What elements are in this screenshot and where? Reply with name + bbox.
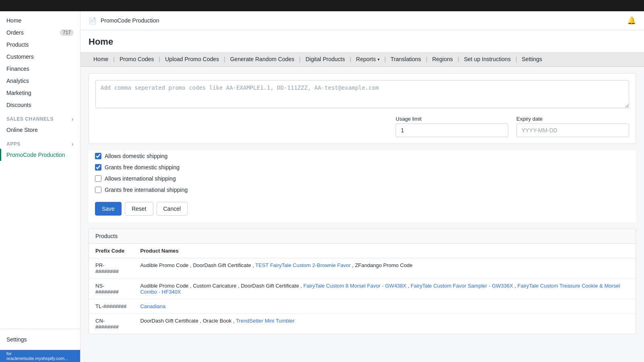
buttons-area: Save Reset Cancel bbox=[89, 202, 636, 222]
main-header-left: 📄 PromoCode Production bbox=[89, 17, 159, 25]
nav-item-setup-instructions[interactable]: Set up Instructions bbox=[459, 52, 516, 66]
product-text: , bbox=[299, 283, 303, 289]
nav-item-settings[interactable]: Settings bbox=[517, 52, 547, 66]
checkbox-row-grants-free-international-shipping: Grants free international shipping bbox=[95, 184, 630, 195]
status-bar: for oraclenetsuite.myshopify.com... bbox=[0, 350, 80, 362]
products-label: Products bbox=[6, 41, 29, 48]
sidebar-item-promocode-production[interactable]: PromoCode Production bbox=[0, 149, 80, 161]
table-row: PR-########Audible Promo Code , DoorDash… bbox=[89, 258, 636, 279]
product-text: , bbox=[188, 283, 193, 289]
sidebar: HomeOrders717ProductsCustomersFinancesAn… bbox=[0, 11, 80, 362]
checkbox-row-allows-international-shipping: Allows international shipping bbox=[95, 173, 630, 184]
checkbox-label-allows-international-shipping: Allows international shipping bbox=[105, 175, 176, 182]
product-names-cell: Audible Promo Code , Custom Caricature ,… bbox=[134, 279, 636, 299]
checkbox-row-allows-domestic-shipping: Allows domestic shipping bbox=[95, 150, 630, 162]
dropdown-arrow-icon: ▾ bbox=[378, 57, 380, 62]
product-text: DoorDash Gift Certificate bbox=[140, 318, 198, 324]
sales-channels-chevron: › bbox=[72, 116, 74, 122]
checkbox-label-grants-free-international-shipping: Grants free international shipping bbox=[105, 187, 188, 193]
product-link[interactable]: TrendSetter Mini Tumbler bbox=[236, 318, 295, 324]
table-row: NS-########Audible Promo Code , Custom C… bbox=[89, 279, 636, 299]
product-text: Audible Promo Code bbox=[140, 283, 188, 289]
product-names-cell: DoorDash Gift Certificate , Oracle Book … bbox=[134, 314, 636, 334]
sidebar-item-products[interactable]: Products bbox=[0, 39, 80, 51]
prefix-code-cell: NS-######## bbox=[89, 279, 134, 299]
checkbox-label-grants-free-domestic-shipping: Grants free domestic shipping bbox=[105, 164, 180, 171]
nav-item-upload-promo-codes[interactable]: Upload Promo Codes bbox=[160, 52, 224, 66]
sidebar-item-home[interactable]: Home bbox=[0, 14, 80, 27]
usage-limit-input[interactable] bbox=[396, 123, 508, 137]
product-text: , bbox=[407, 283, 411, 289]
checkboxes-area: Allows domestic shippingGrants free dome… bbox=[89, 150, 636, 202]
checkbox-allows-domestic-shipping[interactable] bbox=[95, 153, 101, 159]
table-row: CN-########DoorDash Gift Certificate , O… bbox=[89, 314, 636, 334]
app-nav: Home | Promo Codes | Upload Promo Codes … bbox=[80, 52, 644, 67]
checkbox-grants-free-domestic-shipping[interactable] bbox=[95, 164, 101, 171]
checkbox-row-grants-free-domestic-shipping: Grants free domestic shipping bbox=[95, 162, 630, 173]
sidebar-item-marketing[interactable]: Marketing bbox=[0, 87, 80, 99]
settings-link[interactable]: Settings bbox=[6, 334, 74, 345]
orders-label: Orders bbox=[6, 29, 24, 36]
sidebar-nav: HomeOrders717ProductsCustomersFinancesAn… bbox=[0, 11, 80, 329]
sidebar-item-customers[interactable]: Customers bbox=[0, 51, 80, 63]
sidebar-item-finances[interactable]: Finances bbox=[0, 63, 80, 75]
usage-limit-label: Usage limit bbox=[396, 116, 508, 122]
nav-item-reports[interactable]: Reports ▾ bbox=[351, 52, 384, 66]
product-names-cell: Audible Promo Code , DoorDash Gift Certi… bbox=[134, 258, 636, 279]
table-column-header: Prefix Code bbox=[89, 244, 134, 258]
checkbox-allows-international-shipping[interactable] bbox=[95, 175, 101, 182]
checkbox-label-allows-domestic-shipping: Allows domestic shipping bbox=[105, 153, 167, 159]
sales-channels-label: Sales channels bbox=[6, 116, 54, 122]
main-header: 📄 PromoCode Production 🔔 bbox=[80, 11, 644, 30]
product-link[interactable]: TEST FairyTale Custom 2-Brownie Favor bbox=[255, 262, 351, 268]
product-text: , bbox=[251, 262, 256, 268]
product-link[interactable]: Canadiana bbox=[140, 303, 165, 309]
promo-codes-form: Usage limit Expiry date bbox=[89, 73, 636, 144]
save-button[interactable]: Save bbox=[95, 202, 122, 216]
sidebar-item-online-store[interactable]: Online Store bbox=[0, 124, 80, 136]
nav-item-promo-codes[interactable]: Promo Codes bbox=[115, 52, 159, 66]
product-link[interactable]: FairyTale Custom Favor Sampler - GW336X bbox=[411, 283, 513, 289]
usage-limit-group: Usage limit bbox=[396, 116, 508, 137]
products-tab[interactable]: Products bbox=[89, 229, 636, 244]
product-text: DoorDash Gift Certificate bbox=[193, 262, 251, 268]
product-names-cell: Canadiana bbox=[134, 299, 636, 314]
finances-label: Finances bbox=[6, 66, 29, 72]
promo-codes-input[interactable] bbox=[95, 80, 629, 108]
promocode-production-label: PromoCode Production bbox=[6, 152, 65, 158]
nav-item-generate-random-codes[interactable]: Generate Random Codes bbox=[225, 52, 299, 66]
apps-label: Apps bbox=[6, 141, 21, 147]
products-section: Products Prefix CodeProduct Names PR-###… bbox=[89, 228, 636, 334]
nav-item-translations[interactable]: Translations bbox=[386, 52, 426, 66]
discounts-label: Discounts bbox=[6, 102, 31, 108]
sidebar-item-orders[interactable]: Orders717 bbox=[0, 27, 80, 39]
table-column-header: Product Names bbox=[134, 244, 636, 258]
checkbox-grants-free-international-shipping[interactable] bbox=[95, 187, 101, 193]
table-row: TL-########Canadiana bbox=[89, 299, 636, 314]
product-text: Oracle Book bbox=[203, 318, 232, 324]
form-row: Usage limit Expiry date bbox=[95, 116, 629, 137]
notification-bell-icon[interactable]: 🔔 bbox=[627, 16, 636, 25]
cancel-button[interactable]: Cancel bbox=[157, 202, 188, 216]
nav-item-regions[interactable]: Regions bbox=[427, 52, 458, 66]
nav-item-home[interactable]: Home bbox=[89, 52, 113, 66]
orders-badge: 717 bbox=[60, 29, 74, 36]
reset-button[interactable]: Reset bbox=[125, 202, 153, 216]
sidebar-item-discounts[interactable]: Discounts bbox=[0, 99, 80, 111]
prefix-code-cell: PR-######## bbox=[89, 258, 134, 279]
nav-item-digital-products[interactable]: Digital Products bbox=[301, 52, 350, 66]
product-text: , bbox=[513, 283, 518, 289]
apps-chevron: › bbox=[72, 141, 74, 147]
prefix-code-cell: CN-######## bbox=[89, 314, 134, 334]
sidebar-bottom: Settings bbox=[0, 329, 80, 350]
page-title: Home bbox=[80, 30, 644, 52]
product-text: , bbox=[351, 262, 355, 268]
product-link[interactable]: FairyTale Custom 8 Morsel Favor - GW438X bbox=[303, 283, 407, 289]
product-text: DoorDash Gift Certificate bbox=[241, 283, 299, 289]
sidebar-item-analytics[interactable]: Analytics bbox=[0, 75, 80, 87]
main-content: 📄 PromoCode Production 🔔 Home Home | Pro… bbox=[80, 11, 644, 362]
expiry-date-input[interactable] bbox=[516, 123, 629, 137]
product-text: , bbox=[231, 318, 236, 324]
sales-channels-section[interactable]: Sales channels › bbox=[0, 111, 80, 124]
apps-section[interactable]: Apps › bbox=[0, 136, 80, 149]
